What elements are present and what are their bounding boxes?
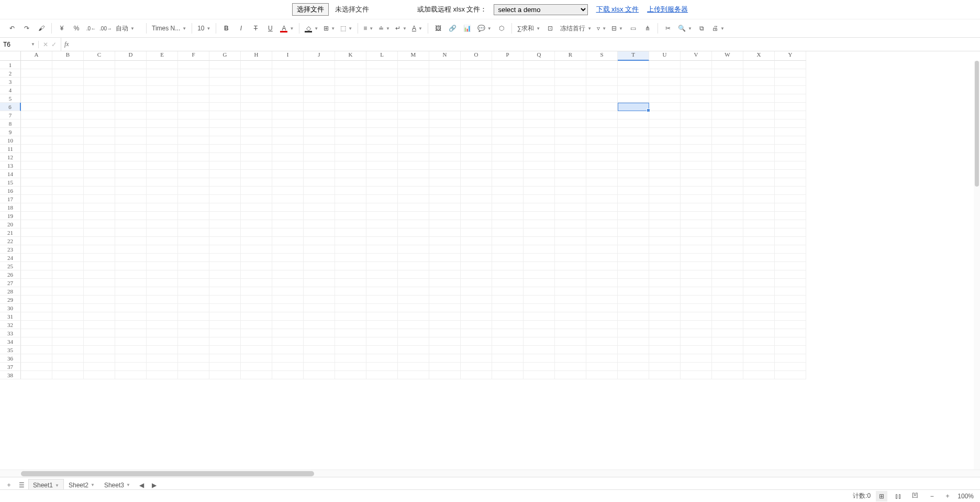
- cell[interactable]: [115, 279, 147, 287]
- cut-button[interactable]: ✂: [661, 21, 675, 35]
- cell[interactable]: [586, 111, 618, 119]
- cell[interactable]: [304, 78, 335, 86]
- paint-format-button[interactable]: 🖌: [35, 21, 48, 35]
- cell[interactable]: [524, 363, 555, 371]
- cell[interactable]: [52, 153, 84, 161]
- cell[interactable]: [115, 371, 147, 379]
- cell[interactable]: [398, 128, 429, 136]
- row-header[interactable]: 8: [0, 119, 21, 128]
- cell[interactable]: [272, 78, 304, 86]
- cell[interactable]: [272, 203, 304, 212]
- cell[interactable]: [241, 363, 272, 371]
- cell[interactable]: [272, 94, 304, 103]
- cell[interactable]: [775, 312, 806, 321]
- cell[interactable]: [304, 170, 335, 178]
- cell[interactable]: [84, 203, 115, 212]
- cell[interactable]: [524, 228, 555, 237]
- print-dropdown[interactable]: 🖨▼: [710, 21, 727, 35]
- cell[interactable]: [52, 94, 84, 103]
- cell[interactable]: [618, 321, 649, 329]
- cell[interactable]: [272, 296, 304, 304]
- cell[interactable]: [115, 187, 147, 195]
- cell[interactable]: [366, 254, 398, 262]
- cell[interactable]: [492, 94, 524, 103]
- cell[interactable]: [209, 346, 241, 354]
- cell[interactable]: [649, 69, 681, 78]
- row-header[interactable]: 16: [0, 187, 21, 195]
- cell[interactable]: [147, 371, 178, 379]
- cell[interactable]: [366, 262, 398, 270]
- cell[interactable]: [398, 78, 429, 86]
- cell[interactable]: [304, 212, 335, 220]
- cell[interactable]: [743, 69, 775, 78]
- cell[interactable]: [272, 86, 304, 94]
- cell[interactable]: [366, 346, 398, 354]
- cell[interactable]: [586, 346, 618, 354]
- cell[interactable]: [492, 86, 524, 94]
- cell[interactable]: [775, 329, 806, 337]
- cell[interactable]: [681, 304, 712, 312]
- cell[interactable]: [586, 161, 618, 170]
- cell[interactable]: [52, 161, 84, 170]
- cell[interactable]: [429, 178, 461, 187]
- cell[interactable]: [366, 153, 398, 161]
- cell[interactable]: [618, 178, 649, 187]
- cell[interactable]: [84, 254, 115, 262]
- demo-select[interactable]: select a demo: [494, 4, 588, 15]
- cell[interactable]: [492, 228, 524, 237]
- cell[interactable]: [335, 195, 366, 203]
- cell[interactable]: [147, 312, 178, 321]
- cell[interactable]: [649, 346, 681, 354]
- cell[interactable]: [398, 111, 429, 119]
- row-header[interactable]: 26: [0, 270, 21, 279]
- row-header[interactable]: 35: [0, 346, 21, 354]
- cell[interactable]: [712, 279, 743, 287]
- cell[interactable]: [618, 287, 649, 296]
- cell[interactable]: [743, 346, 775, 354]
- cell[interactable]: [115, 304, 147, 312]
- cell[interactable]: [492, 136, 524, 145]
- cell[interactable]: [461, 363, 492, 371]
- cell[interactable]: [555, 153, 586, 161]
- cell[interactable]: [52, 245, 84, 254]
- cell[interactable]: [241, 245, 272, 254]
- cell[interactable]: [649, 321, 681, 329]
- cell[interactable]: [52, 86, 84, 94]
- cell[interactable]: [241, 178, 272, 187]
- cell[interactable]: [618, 254, 649, 262]
- row-header[interactable]: 23: [0, 245, 21, 254]
- cell[interactable]: [712, 111, 743, 119]
- cell[interactable]: [555, 94, 586, 103]
- cell[interactable]: [618, 220, 649, 228]
- cell[interactable]: [681, 245, 712, 254]
- cell[interactable]: [743, 270, 775, 279]
- cell[interactable]: [618, 153, 649, 161]
- cell[interactable]: [178, 145, 209, 153]
- cell[interactable]: [743, 212, 775, 220]
- cell[interactable]: [115, 287, 147, 296]
- cell[interactable]: [618, 237, 649, 245]
- cell[interactable]: [743, 153, 775, 161]
- cell[interactable]: [775, 203, 806, 212]
- cell[interactable]: [398, 329, 429, 337]
- cell[interactable]: [52, 270, 84, 279]
- cell[interactable]: [147, 203, 178, 212]
- freeze-dropdown[interactable]: 冻结首行▼: [558, 21, 594, 35]
- cell[interactable]: [52, 321, 84, 329]
- cell[interactable]: [209, 178, 241, 187]
- cell[interactable]: [743, 337, 775, 346]
- cell[interactable]: [555, 296, 586, 304]
- font-size-dropdown[interactable]: 10▼: [195, 21, 213, 35]
- 3d-button[interactable]: ⬡: [495, 21, 508, 35]
- row-header[interactable]: 13: [0, 161, 21, 170]
- select-all-corner[interactable]: [0, 51, 21, 61]
- cell[interactable]: [304, 61, 335, 69]
- cell[interactable]: [712, 228, 743, 237]
- cell[interactable]: [461, 279, 492, 287]
- view-break-button[interactable]: 凹: [909, 491, 921, 493]
- cell[interactable]: [524, 270, 555, 279]
- cell[interactable]: [649, 354, 681, 363]
- cell[interactable]: [555, 128, 586, 136]
- cell[interactable]: [335, 329, 366, 337]
- cell[interactable]: [681, 237, 712, 245]
